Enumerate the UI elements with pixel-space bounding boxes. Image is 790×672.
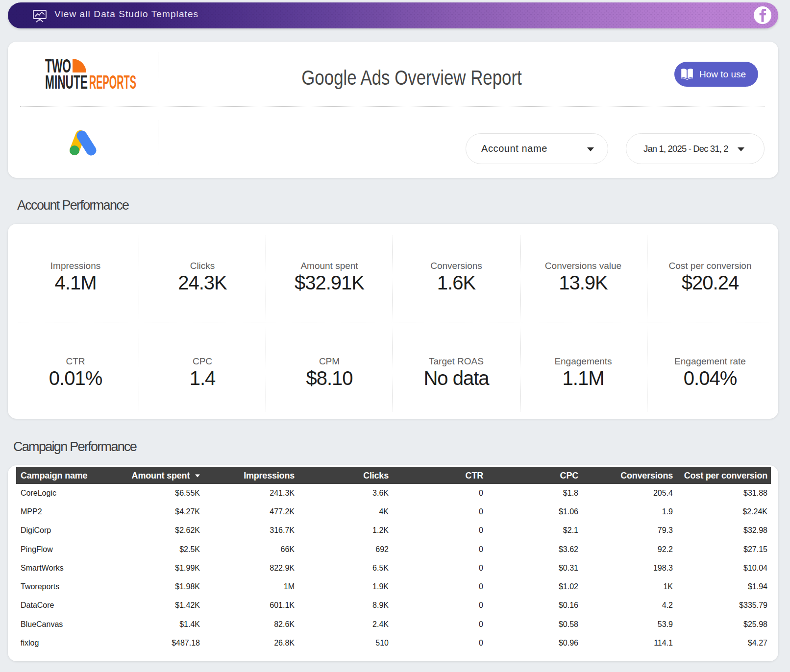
- svg-text:MINUTE: MINUTE: [45, 72, 88, 92]
- svg-text:REPORTS: REPORTS: [89, 72, 136, 92]
